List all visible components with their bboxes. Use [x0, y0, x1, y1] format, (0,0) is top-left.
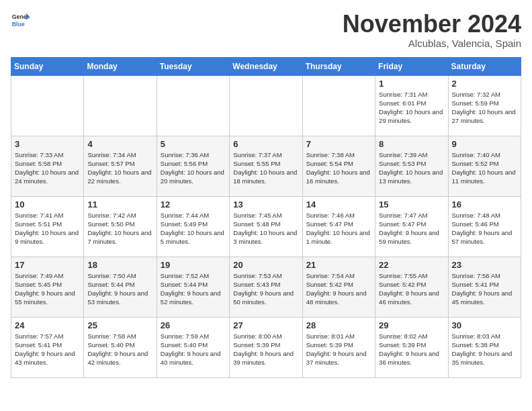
cell-info: Sunrise: 7:36 AM Sunset: 5:56 PM Dayligh…: [161, 150, 226, 186]
day-number: 5: [161, 139, 226, 149]
cell-info: Sunrise: 7:52 AM Sunset: 5:44 PM Dayligh…: [161, 271, 226, 307]
svg-text:Blue: Blue: [12, 21, 25, 28]
calendar-cell: 5Sunrise: 7:36 AM Sunset: 5:56 PM Daylig…: [157, 136, 229, 196]
calendar-cell: [157, 75, 229, 136]
calendar-week-2: 3Sunrise: 7:33 AM Sunset: 5:58 PM Daylig…: [11, 136, 521, 196]
calendar-cell: 14Sunrise: 7:46 AM Sunset: 5:47 PM Dayli…: [302, 196, 375, 257]
day-number: 24: [15, 320, 80, 330]
cell-info: Sunrise: 7:58 AM Sunset: 5:40 PM Dayligh…: [87, 332, 152, 367]
calendar-cell: [11, 75, 84, 136]
calendar-cell: 2Sunrise: 7:32 AM Sunset: 5:59 PM Daylig…: [448, 75, 521, 136]
weekday-header-row: SundayMondayTuesdayWednesdayThursdayFrid…: [11, 57, 521, 75]
calendar-cell: 6Sunrise: 7:37 AM Sunset: 5:55 PM Daylig…: [230, 136, 302, 196]
day-number: 29: [379, 320, 444, 330]
calendar-cell: [230, 75, 302, 136]
cell-info: Sunrise: 7:33 AM Sunset: 5:58 PM Dayligh…: [15, 150, 80, 186]
cell-info: Sunrise: 7:31 AM Sunset: 6:01 PM Dayligh…: [379, 90, 444, 126]
day-number: 11: [87, 199, 152, 210]
calendar-week-5: 24Sunrise: 7:57 AM Sunset: 5:41 PM Dayli…: [11, 317, 521, 377]
calendar-cell: 9Sunrise: 7:40 AM Sunset: 5:52 PM Daylig…: [448, 136, 521, 196]
calendar-cell: 7Sunrise: 7:38 AM Sunset: 5:54 PM Daylig…: [302, 136, 375, 196]
weekday-header-tuesday: Tuesday: [157, 57, 229, 75]
day-number: 9: [452, 139, 517, 149]
cell-info: Sunrise: 7:49 AM Sunset: 5:45 PM Dayligh…: [15, 271, 80, 307]
day-number: 23: [452, 260, 517, 270]
weekday-header-friday: Friday: [375, 57, 448, 75]
calendar-cell: 26Sunrise: 7:59 AM Sunset: 5:40 PM Dayli…: [157, 317, 229, 377]
day-number: 13: [233, 199, 298, 210]
calendar-cell: 1Sunrise: 7:31 AM Sunset: 6:01 PM Daylig…: [375, 75, 448, 136]
title-area: November 2024 Alcublas, Valencia, Spain: [343, 11, 521, 49]
day-number: 26: [161, 320, 226, 330]
calendar-week-4: 17Sunrise: 7:49 AM Sunset: 5:45 PM Dayli…: [11, 257, 521, 317]
day-number: 28: [306, 320, 371, 330]
calendar-cell: 27Sunrise: 8:00 AM Sunset: 5:39 PM Dayli…: [230, 317, 302, 377]
day-number: 16: [452, 199, 517, 210]
cell-info: Sunrise: 7:37 AM Sunset: 5:55 PM Dayligh…: [233, 150, 298, 186]
calendar-cell: 4Sunrise: 7:34 AM Sunset: 5:57 PM Daylig…: [84, 136, 157, 196]
weekday-header-monday: Monday: [84, 57, 157, 75]
calendar-cell: 17Sunrise: 7:49 AM Sunset: 5:45 PM Dayli…: [11, 257, 84, 317]
day-number: 1: [379, 79, 444, 89]
cell-info: Sunrise: 7:55 AM Sunset: 5:42 PM Dayligh…: [379, 271, 444, 307]
cell-info: Sunrise: 7:53 AM Sunset: 5:43 PM Dayligh…: [233, 271, 298, 307]
calendar-cell: 21Sunrise: 7:54 AM Sunset: 5:42 PM Dayli…: [302, 257, 375, 317]
cell-info: Sunrise: 7:46 AM Sunset: 5:47 PM Dayligh…: [306, 211, 371, 246]
calendar-cell: 19Sunrise: 7:52 AM Sunset: 5:44 PM Dayli…: [157, 257, 229, 317]
day-number: 25: [87, 320, 152, 330]
header: General Blue November 2024 Alcublas, Val…: [11, 11, 521, 49]
calendar-cell: 8Sunrise: 7:39 AM Sunset: 5:53 PM Daylig…: [375, 136, 448, 196]
cell-info: Sunrise: 7:40 AM Sunset: 5:52 PM Dayligh…: [452, 150, 517, 186]
logo: General Blue: [11, 11, 30, 30]
calendar-cell: [84, 75, 157, 136]
cell-info: Sunrise: 8:01 AM Sunset: 5:39 PM Dayligh…: [306, 332, 371, 367]
calendar-cell: 10Sunrise: 7:41 AM Sunset: 5:51 PM Dayli…: [11, 196, 84, 257]
day-number: 22: [379, 260, 444, 270]
weekday-header-wednesday: Wednesday: [230, 57, 302, 75]
cell-info: Sunrise: 7:39 AM Sunset: 5:53 PM Dayligh…: [379, 150, 444, 186]
day-number: 20: [233, 260, 298, 270]
cell-info: Sunrise: 7:41 AM Sunset: 5:51 PM Dayligh…: [15, 211, 80, 246]
day-number: 18: [87, 260, 152, 270]
cell-info: Sunrise: 7:32 AM Sunset: 5:59 PM Dayligh…: [452, 90, 517, 126]
day-number: 8: [379, 139, 444, 149]
cell-info: Sunrise: 7:59 AM Sunset: 5:40 PM Dayligh…: [161, 332, 226, 367]
weekday-header-saturday: Saturday: [448, 57, 521, 75]
calendar-cell: 24Sunrise: 7:57 AM Sunset: 5:41 PM Dayli…: [11, 317, 84, 377]
day-number: 2: [452, 79, 517, 89]
calendar-cell: 18Sunrise: 7:50 AM Sunset: 5:44 PM Dayli…: [84, 257, 157, 317]
calendar-week-1: 1Sunrise: 7:31 AM Sunset: 6:01 PM Daylig…: [11, 75, 521, 136]
calendar-cell: 28Sunrise: 8:01 AM Sunset: 5:39 PM Dayli…: [302, 317, 375, 377]
day-number: 27: [233, 320, 298, 330]
day-number: 14: [306, 199, 371, 210]
day-number: 7: [306, 139, 371, 149]
cell-info: Sunrise: 7:44 AM Sunset: 5:49 PM Dayligh…: [161, 211, 226, 246]
cell-info: Sunrise: 7:57 AM Sunset: 5:41 PM Dayligh…: [15, 332, 80, 367]
calendar-week-3: 10Sunrise: 7:41 AM Sunset: 5:51 PM Dayli…: [11, 196, 521, 257]
day-number: 12: [161, 199, 226, 210]
cell-info: Sunrise: 8:03 AM Sunset: 5:38 PM Dayligh…: [452, 332, 517, 367]
day-number: 17: [15, 260, 80, 270]
cell-info: Sunrise: 7:48 AM Sunset: 5:46 PM Dayligh…: [452, 211, 517, 246]
calendar-cell: 11Sunrise: 7:42 AM Sunset: 5:50 PM Dayli…: [84, 196, 157, 257]
logo-icon: General Blue: [11, 11, 30, 30]
month-title: November 2024: [343, 11, 521, 38]
calendar-table: SundayMondayTuesdayWednesdayThursdayFrid…: [11, 57, 521, 378]
cell-info: Sunrise: 7:42 AM Sunset: 5:50 PM Dayligh…: [87, 211, 152, 246]
calendar-cell: 30Sunrise: 8:03 AM Sunset: 5:38 PM Dayli…: [448, 317, 521, 377]
day-number: 19: [161, 260, 226, 270]
weekday-header-thursday: Thursday: [302, 57, 375, 75]
cell-info: Sunrise: 7:34 AM Sunset: 5:57 PM Dayligh…: [87, 150, 152, 186]
day-number: 6: [233, 139, 298, 149]
calendar-cell: 12Sunrise: 7:44 AM Sunset: 5:49 PM Dayli…: [157, 196, 229, 257]
location-subtitle: Alcublas, Valencia, Spain: [343, 38, 521, 49]
calendar-cell: 23Sunrise: 7:56 AM Sunset: 5:41 PM Dayli…: [448, 257, 521, 317]
cell-info: Sunrise: 7:38 AM Sunset: 5:54 PM Dayligh…: [306, 150, 371, 186]
calendar-cell: [302, 75, 375, 136]
calendar-cell: 25Sunrise: 7:58 AM Sunset: 5:40 PM Dayli…: [84, 317, 157, 377]
calendar-cell: 13Sunrise: 7:45 AM Sunset: 5:48 PM Dayli…: [230, 196, 302, 257]
cell-info: Sunrise: 8:00 AM Sunset: 5:39 PM Dayligh…: [233, 332, 298, 367]
calendar-cell: 3Sunrise: 7:33 AM Sunset: 5:58 PM Daylig…: [11, 136, 84, 196]
day-number: 30: [452, 320, 517, 330]
cell-info: Sunrise: 7:45 AM Sunset: 5:48 PM Dayligh…: [233, 211, 298, 246]
